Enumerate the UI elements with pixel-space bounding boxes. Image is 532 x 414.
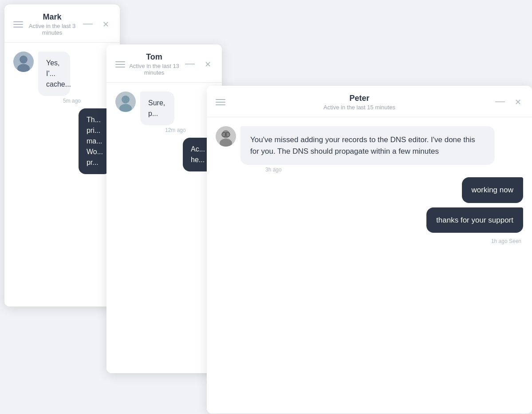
peter-close-button[interactable]: ✕ [513,97,523,107]
tom-msg-2-row: Ac...he... [115,138,213,171]
tom-menu-icon[interactable] [115,61,125,68]
peter-header: Peter Active in the last 15 minutes — ✕ [207,86,532,117]
chat-window-peter[interactable]: Peter Active in the last 15 minutes — ✕ [207,86,532,414]
tom-header: Tom Active in the last 13 minutes — ✕ [106,44,222,83]
peter-minimize-button[interactable]: — [493,96,507,107]
mark-avatar [13,52,34,72]
tom-minimize-button[interactable]: — [183,58,197,69]
peter-msg-3-bubble: thanks for your support [426,207,523,233]
peter-status: Active in the last 15 minutes [225,104,493,111]
tom-name: Tom [125,52,183,62]
peter-msg-1-row: You've missed adding your records to the… [216,126,523,173]
tom-status: Active in the last 13 minutes [125,63,183,76]
mark-msg-2-row: Th...pri...ma...Wo...pr... [13,108,111,174]
mark-status: Active in the last 3 minutes [23,23,81,36]
svg-point-4 [122,96,130,104]
svg-point-1 [20,56,28,64]
tom-chat-body: Sure, p... 12m ago Ac...he... [106,83,222,373]
tom-msg-1-bubble: Sure, p... [140,92,174,125]
peter-avatar [216,126,236,147]
mark-msg-1-row: Yes, I'...cache... 5m ago [13,52,111,104]
peter-menu-icon[interactable] [216,99,225,105]
tom-msg-1-row: Sure, p... 12m ago [115,92,213,133]
mark-msg-1-bubble: Yes, I'...cache... [38,52,70,96]
peter-msg-1-time: 3h ago [265,167,523,173]
mark-header: Mark Active in the last 3 minutes — ✕ [4,4,120,43]
peter-chat-body: You've missed adding your records to the… [207,117,532,414]
mark-minimize-button[interactable]: — [81,18,95,29]
mark-name: Mark [23,12,81,22]
peter-msg-2-bubble: working now [462,177,524,203]
tom-avatar [115,92,136,112]
mark-close-button[interactable]: ✕ [101,20,111,29]
peter-msg-2-row: working now [216,177,523,203]
mark-menu-icon[interactable] [13,21,23,28]
tom-msg-1-time: 12m ago [165,127,186,133]
mark-msg-1-time: 5m ago [63,98,81,104]
chat-window-mark[interactable]: Mark Active in the last 3 minutes — ✕ Ye… [4,4,120,307]
peter-msg-3-row: thanks for your support [216,207,523,233]
svg-point-7 [222,130,230,138]
peter-msg-1-bubble: You've missed adding your records to the… [240,126,495,165]
mark-chat-body: Yes, I'...cache... 5m ago Th...pri...ma.… [4,43,120,307]
tom-close-button[interactable]: ✕ [203,60,213,69]
chat-window-tom[interactable]: Tom Active in the last 13 minutes — ✕ Su… [106,44,222,373]
peter-name: Peter [225,94,493,103]
peter-seen-label: 1h ago Seen [216,238,523,244]
